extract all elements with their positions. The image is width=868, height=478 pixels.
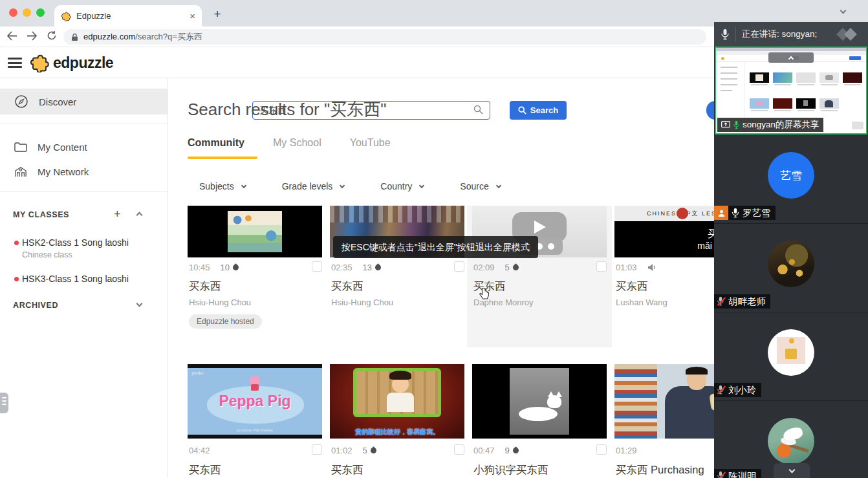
new-tab-button[interactable]: + xyxy=(208,5,226,23)
tab-search-chevron-icon[interactable] xyxy=(840,8,847,14)
zoom-window-button[interactable] xyxy=(36,8,45,17)
select-video-checkbox[interactable] xyxy=(312,444,322,455)
folder-icon xyxy=(14,142,27,152)
select-video-checkbox[interactable] xyxy=(312,261,322,272)
avatar xyxy=(768,418,814,464)
logo-text: edpuzzle xyxy=(53,54,113,72)
questions-drop-icon xyxy=(369,446,378,455)
select-video-checkbox[interactable] xyxy=(596,261,607,272)
video-thumbnail[interactable]: youku Peppa Pig producer Phil Davies xyxy=(188,364,322,439)
class-item[interactable]: HSK3-Class 1 Song laoshi xyxy=(13,274,155,284)
window-controls[interactable] xyxy=(9,8,45,17)
filter-country[interactable]: Country xyxy=(380,181,424,191)
participant-label: 罗艺雪 xyxy=(714,206,776,220)
video-duration: 04:42 xyxy=(189,446,210,455)
select-video-checkbox[interactable] xyxy=(454,261,464,272)
sidebar-item-my-network[interactable]: My Network xyxy=(0,158,168,184)
video-title[interactable]: 买东西 Purchasing xyxy=(616,463,704,477)
collapse-classes-chevron-icon[interactable] xyxy=(136,212,143,219)
filter-source[interactable]: Source xyxy=(460,181,500,191)
expand-archived-chevron-icon[interactable] xyxy=(136,301,143,307)
speaking-label: 正在讲话: songyan; xyxy=(742,28,817,40)
collapse-participants-button[interactable] xyxy=(774,463,810,478)
edpuzzle-logo[interactable]: edpuzzle xyxy=(30,53,113,72)
close-window-button[interactable] xyxy=(9,8,17,17)
class-color-dot xyxy=(14,277,19,281)
participant-name: 胡畔老师 xyxy=(728,296,766,308)
share-controls-chevron-icon[interactable] xyxy=(768,52,814,63)
microphone-on-icon xyxy=(731,208,740,218)
video-thumbnail[interactable] xyxy=(188,206,322,257)
video-duration: 00:47 xyxy=(473,446,495,455)
participant-tile[interactable]: 艺雪 罗艺雪 xyxy=(714,135,868,223)
meeting-app-logo-icon xyxy=(836,27,862,41)
tab-my-school[interactable]: My School xyxy=(273,137,321,149)
tab-close-icon[interactable]: × xyxy=(190,10,195,21)
sidebar-item-my-content[interactable]: My Content xyxy=(0,134,168,160)
video-title[interactable]: 买东西 xyxy=(189,463,221,477)
video-title[interactable]: 买东西 xyxy=(331,279,363,294)
back-button[interactable] xyxy=(6,31,17,41)
video-meta: 00:47 9 xyxy=(473,446,608,455)
address-bar[interactable]: edpuzzle.com/search?q=买东西 xyxy=(63,29,706,45)
browser-tab[interactable]: Edpuzzle × xyxy=(54,5,202,27)
question-count: 9 xyxy=(505,446,510,455)
thumbnail-logo-text: Peppa Pig xyxy=(188,393,322,410)
video-duration: 02:35 xyxy=(331,263,353,272)
avatar: 艺雪 xyxy=(768,152,814,199)
video-title[interactable]: 买东西 xyxy=(331,463,363,477)
tab-youtube[interactable]: YouTube xyxy=(350,137,391,149)
filter-subjects[interactable]: Subjects xyxy=(199,181,246,191)
share-more-button[interactable] xyxy=(852,122,863,129)
avatar xyxy=(768,329,814,376)
participant-tile[interactable]: 刘小玲 xyxy=(714,312,868,400)
screen-share-preview[interactable]: songyan的屏幕共享 xyxy=(715,47,867,135)
add-class-button[interactable]: + xyxy=(114,208,121,221)
class-color-dot xyxy=(14,241,19,245)
video-title[interactable]: 买东西 xyxy=(189,279,221,294)
select-video-checkbox[interactable] xyxy=(454,444,464,455)
results-tabs: Community My School YouTube xyxy=(188,137,391,149)
minimize-window-button[interactable] xyxy=(23,8,31,17)
search-icon xyxy=(473,105,483,114)
share-label-text: songyan的屏幕共享 xyxy=(743,119,819,131)
microphone-muted-icon xyxy=(717,385,726,395)
select-video-checkbox[interactable] xyxy=(596,444,607,455)
search-button[interactable]: Search xyxy=(510,101,567,120)
url-path: /search?q=买东西 xyxy=(135,32,202,41)
sidebar: Discover My Content My Network MY CLASSE… xyxy=(0,78,168,478)
video-meta: 02:35 13 xyxy=(331,263,466,272)
sidebar-item-discover[interactable]: Discover xyxy=(0,89,168,114)
participant-tile[interactable]: 胡畔老师 xyxy=(714,224,868,312)
reload-button[interactable] xyxy=(47,30,57,41)
video-title[interactable]: 买东西 xyxy=(616,279,648,294)
tab-community[interactable]: Community xyxy=(188,137,244,149)
compass-icon xyxy=(14,94,28,109)
participant-name: 陈训明 xyxy=(728,470,757,478)
class-subtitle: Chinese class xyxy=(22,250,155,259)
questions-drop-icon xyxy=(512,263,520,272)
video-thumbnail[interactable] xyxy=(472,364,607,439)
forward-button[interactable] xyxy=(27,31,38,41)
thumbnail-watermark: youku xyxy=(191,371,204,375)
video-duration: 01:03 xyxy=(616,263,637,272)
filter-grade-levels[interactable]: Grade levels xyxy=(282,181,345,191)
video-thumbnail[interactable]: 貴的那種比較好，容易書寫。 xyxy=(330,364,464,439)
archived-heading[interactable]: ARCHIVED xyxy=(13,301,58,310)
lock-icon xyxy=(71,33,78,41)
drawer-handle[interactable] xyxy=(0,393,8,413)
menu-icon[interactable] xyxy=(8,58,22,68)
class-item[interactable]: HSK2-Class 1 Song laoshi Chinese class xyxy=(13,237,155,259)
video-title[interactable]: 小狗识字买东西 xyxy=(473,463,548,477)
participant-label: 陈训明 xyxy=(714,469,761,478)
participant-tile[interactable]: 陈训明 xyxy=(714,401,868,478)
page-title: Search results for "买东西" xyxy=(188,98,386,121)
video-meta: 01:02 5 xyxy=(331,446,466,455)
host-role-icon xyxy=(714,206,728,220)
question-count: 5 xyxy=(363,446,367,455)
video-meta: 02:09 5 xyxy=(473,263,608,272)
url-domain: edpuzzle.com xyxy=(83,32,135,41)
video-duration: 01:02 xyxy=(331,446,353,455)
tab-title: Edpuzzle xyxy=(76,11,184,21)
exit-fullscreen-tooltip: 按ESC键或者点击"退出全屏"按钮退出全屏模式 xyxy=(333,236,538,258)
